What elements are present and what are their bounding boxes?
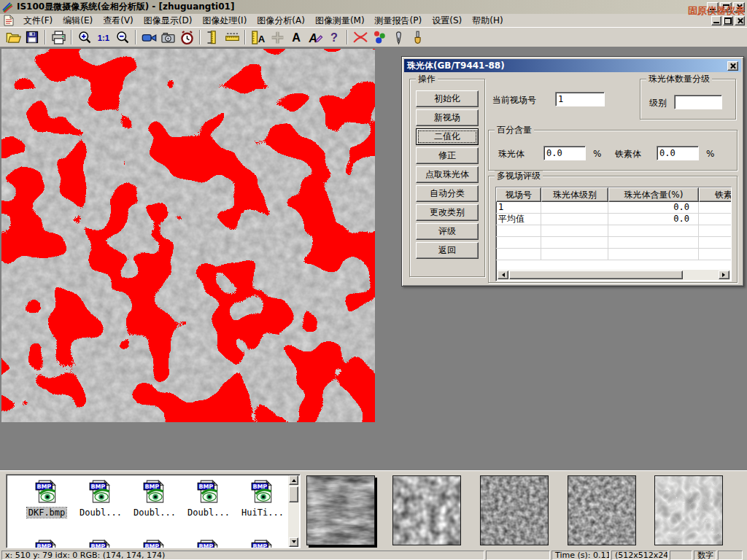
cell-grade xyxy=(541,202,608,214)
phase-classify-button[interactable] xyxy=(370,28,389,46)
print-button[interactable] xyxy=(49,28,68,46)
timer-button[interactable] xyxy=(177,28,196,46)
file-name: Doubl... xyxy=(78,508,123,518)
new-field-button[interactable]: 新视场 xyxy=(416,109,479,126)
table-row[interactable] xyxy=(496,237,731,249)
zoom-out-button[interactable] xyxy=(113,28,132,46)
file-item[interactable]: Doubl... xyxy=(182,479,236,518)
save-button[interactable] xyxy=(23,28,42,46)
column-header-ferrite[interactable]: 铁素体 xyxy=(699,187,732,202)
table-row[interactable] xyxy=(496,225,731,237)
dialog-close-button[interactable] xyxy=(727,61,738,71)
file-name: Doubl... xyxy=(186,508,231,518)
file-item[interactable]: DKF.bmp xyxy=(20,479,74,518)
mdi-close-button[interactable] xyxy=(735,16,745,26)
vertical-scrollbar[interactable] xyxy=(288,475,299,547)
menu-item-help[interactable]: 帮助(H) xyxy=(467,14,508,28)
cell-ferrite xyxy=(699,202,732,214)
thumbnail-image[interactable] xyxy=(568,475,636,545)
close-icon xyxy=(736,4,743,10)
snapshot-button[interactable] xyxy=(158,28,177,46)
table-row[interactable]: 1 0.0 xyxy=(496,202,731,214)
crosshair-button[interactable] xyxy=(268,28,287,46)
mdi-restore-button[interactable] xyxy=(723,16,733,26)
scrollbar-thumb[interactable] xyxy=(289,486,298,502)
micrograph-image[interactable] xyxy=(1,49,375,422)
file-item-partial[interactable] xyxy=(182,539,236,548)
ferrite-percent-input[interactable] xyxy=(657,146,699,160)
column-header-pearlite-content[interactable]: 珠光体含量(%) xyxy=(608,187,699,202)
menu-item-view[interactable]: 查看(V) xyxy=(98,14,139,28)
scroll-down-button[interactable] xyxy=(289,537,298,547)
binarize-button[interactable]: 二值化 xyxy=(416,128,479,145)
actual-size-button[interactable]: 1:1 xyxy=(94,28,113,46)
help-button[interactable]: ? xyxy=(325,28,344,46)
file-item-partial[interactable] xyxy=(74,539,128,548)
table-row[interactable]: 平均值 0.0 xyxy=(496,214,731,225)
maximize-button[interactable] xyxy=(720,2,732,12)
level-input[interactable] xyxy=(674,95,722,109)
menu-item-settings[interactable]: 设置(S) xyxy=(427,14,467,28)
thumbnail-image[interactable] xyxy=(306,475,375,545)
dialog-title-bar[interactable]: 珠光体(GB/T9441-88) xyxy=(404,59,741,72)
scrollbar-thumb[interactable] xyxy=(509,271,683,279)
close-button[interactable] xyxy=(733,2,745,12)
pearlite-label: 珠光体 xyxy=(498,148,525,160)
scroll-left-button[interactable] xyxy=(498,271,508,279)
pen-button[interactable] xyxy=(389,28,408,46)
curve-measure-button[interactable] xyxy=(351,28,370,46)
annotate-button[interactable]: A xyxy=(306,28,325,46)
cell-grade xyxy=(541,214,608,225)
file-item[interactable]: HuiTi... xyxy=(236,479,290,518)
current-field-input[interactable] xyxy=(555,92,605,106)
return-button[interactable]: 返回 xyxy=(416,242,479,259)
brush-button[interactable] xyxy=(408,28,427,46)
menu-item-edit[interactable]: 编辑(E) xyxy=(58,14,98,28)
brush-icon xyxy=(411,30,425,45)
menu-item-image-measure[interactable]: 图像测量(M) xyxy=(310,14,370,28)
open-file-button[interactable] xyxy=(4,28,23,46)
caliper-button[interactable] xyxy=(204,28,222,46)
change-class-button[interactable]: 更改类别 xyxy=(416,204,479,221)
minimize-button[interactable] xyxy=(707,2,719,12)
auto-classify-button[interactable]: 自动分类 xyxy=(416,185,479,202)
scroll-right-button[interactable] xyxy=(719,271,729,279)
file-item-partial[interactable] xyxy=(128,539,182,548)
file-item-partial[interactable] xyxy=(236,539,290,548)
file-item-partial[interactable] xyxy=(20,539,74,548)
measure-label-button[interactable]: A xyxy=(249,28,268,46)
menu-item-measure-report[interactable]: 测量报告(P) xyxy=(370,14,427,28)
thumbnail-image[interactable] xyxy=(480,475,549,545)
file-browser[interactable]: DKF.bmp Doubl... Doubl... Doubl... HuiTi… xyxy=(6,474,301,548)
minimize-icon xyxy=(713,22,719,23)
table-row[interactable] xyxy=(496,249,731,260)
title-bar: IS100显微摄像系统(金相分析版) - [zhuguangti01] xyxy=(0,0,747,14)
pick-pearlite-button[interactable]: 点取珠光体 xyxy=(416,166,479,183)
menu-item-file[interactable]: 文件(F) xyxy=(18,14,58,28)
scroll-up-button[interactable] xyxy=(289,475,298,485)
mdi-minimize-button[interactable] xyxy=(711,16,721,26)
bmp-file-icon xyxy=(142,479,167,504)
toolbar-separator xyxy=(244,30,246,44)
thumbnail-image[interactable] xyxy=(392,475,461,545)
cell-content xyxy=(608,249,699,260)
pearlite-percent-input[interactable] xyxy=(543,146,586,160)
menu-item-image-process[interactable]: 图像处理(I) xyxy=(197,14,252,28)
zoom-in-button[interactable] xyxy=(75,28,94,46)
rate-button[interactable]: 评级 xyxy=(416,223,479,240)
menu-item-image-display[interactable]: 图像显示(D) xyxy=(139,14,198,28)
video-camera-icon xyxy=(142,30,157,45)
file-item[interactable]: Doubl... xyxy=(128,479,182,518)
thumbnail-image[interactable] xyxy=(654,475,723,545)
column-header-field[interactable]: 视场号 xyxy=(496,187,541,202)
video-capture-button[interactable] xyxy=(139,28,158,46)
column-header-pearlite-grade[interactable]: 珠光体级别 xyxy=(541,187,608,202)
initialize-button[interactable]: 初始化 xyxy=(416,90,479,107)
text-button[interactable]: A xyxy=(287,28,306,46)
ruler-button[interactable] xyxy=(222,28,241,46)
menu-item-image-analysis[interactable]: 图像分析(A) xyxy=(252,14,310,28)
horizontal-scrollbar[interactable] xyxy=(497,270,730,280)
mdi-window-controls xyxy=(711,16,745,26)
file-item[interactable]: Doubl... xyxy=(74,479,128,518)
correct-button[interactable]: 修正 xyxy=(416,147,479,164)
